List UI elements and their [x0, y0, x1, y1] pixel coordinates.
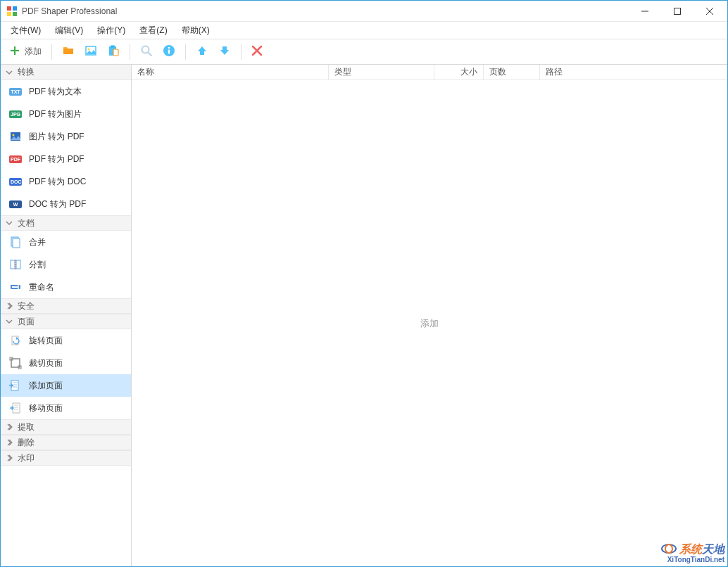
arrow-down-icon: [218, 44, 231, 59]
separator: [51, 44, 52, 60]
sidebar-item-pdf-to-doc[interactable]: DOC PDF 转为 DOC: [1, 170, 131, 193]
sidebar-item-label: 旋转页面: [29, 335, 63, 347]
watermark: 系统天地 XiTongTianDi.net: [661, 542, 724, 563]
chevron-right-icon: [5, 423, 13, 431]
sidebar-item-label: PDF 转为文本: [29, 86, 82, 98]
chevron-right-icon: [5, 454, 13, 462]
sidebar-item-add-pages[interactable]: 添加页面: [1, 374, 131, 397]
rename-icon: [9, 281, 22, 293]
remove-button[interactable]: [247, 42, 267, 62]
sidebar-item-image-to-pdf[interactable]: 图片 转为 PDF: [1, 125, 131, 148]
column-type[interactable]: 类型: [329, 65, 434, 79]
app-icon: [6, 6, 18, 17]
svg-point-30: [665, 544, 672, 553]
watermark-line1: 系统天地: [661, 542, 724, 556]
column-name[interactable]: 名称: [132, 65, 329, 79]
sidebar-item-pdf-to-image[interactable]: JPG PDF 转为图片: [1, 103, 131, 125]
menubar: 文件(W) 编辑(V) 操作(Y) 查看(Z) 帮助(X): [1, 22, 727, 39]
sidebar-item-doc-to-pdf[interactable]: W DOC 转为 PDF: [1, 193, 131, 215]
sidebar-group-extract[interactable]: 提取: [1, 419, 131, 435]
image-file-icon: [9, 130, 22, 143]
info-icon: [163, 44, 175, 59]
menu-file[interactable]: 文件(W): [4, 23, 48, 39]
maximize-button[interactable]: [661, 1, 694, 22]
window-title: PDF Shaper Professional: [22, 6, 117, 16]
titlebar: PDF Shaper Professional: [1, 1, 727, 22]
add-button-label: 添加: [25, 46, 42, 58]
sidebar-item-rename[interactable]: 重命名: [1, 276, 131, 298]
svg-rect-0: [7, 6, 11, 11]
menu-action[interactable]: 操作(Y): [90, 23, 132, 39]
sidebar-item-merge[interactable]: 合并: [1, 231, 131, 253]
svg-point-16: [13, 134, 15, 136]
group-label: 文档: [18, 217, 34, 229]
separator: [185, 44, 186, 60]
sidebar-item-label: 分割: [29, 259, 46, 271]
svg-point-29: [662, 544, 676, 553]
minimize-button[interactable]: [629, 1, 661, 22]
move-up-button[interactable]: [192, 42, 213, 62]
sidebar-item-split[interactable]: 分割: [1, 253, 131, 276]
clipboard-icon: [107, 44, 120, 59]
add-button[interactable]: 添加: [5, 42, 46, 62]
info-button[interactable]: [158, 42, 180, 62]
sidebar-item-label: 添加页面: [29, 380, 63, 392]
sidebar-group-delete[interactable]: 删除: [1, 435, 131, 450]
image-button[interactable]: [80, 42, 101, 62]
chevron-right-icon: [5, 438, 13, 447]
menu-edit[interactable]: 编辑(V): [48, 23, 90, 39]
sidebar-group-document[interactable]: 文档: [1, 215, 131, 231]
svg-rect-10: [113, 49, 118, 56]
sidebar-item-label: PDF 转为 PDF: [29, 153, 84, 165]
sidebar-item-pdf-to-pdf[interactable]: PDF PDF 转为 PDF: [1, 148, 131, 170]
svg-point-7: [88, 49, 90, 51]
crop-icon: [9, 357, 22, 369]
menu-view[interactable]: 查看(Z): [132, 23, 174, 39]
svg-rect-4: [674, 8, 681, 14]
sidebar-item-move-pages[interactable]: 移动页面: [1, 397, 131, 419]
column-headers: 名称 类型 大小 页数 路径: [132, 65, 727, 80]
sidebar-item-crop-pages[interactable]: 裁切页面: [1, 352, 131, 374]
sidebar-group-security[interactable]: 安全: [1, 298, 131, 314]
sidebar-item-rotate-pages[interactable]: 旋转页面: [1, 329, 131, 352]
svg-rect-9: [111, 46, 115, 48]
empty-placeholder: 添加: [420, 317, 439, 330]
separator: [130, 44, 130, 60]
image-icon: [84, 44, 97, 59]
move-pages-icon: [9, 402, 22, 414]
txt-icon: TXT: [9, 85, 22, 98]
sidebar-item-label: 图片 转为 PDF: [29, 131, 84, 143]
svg-point-13: [168, 47, 170, 49]
search-button[interactable]: [136, 42, 157, 62]
group-label: 转换: [18, 66, 34, 78]
split-icon: [9, 258, 22, 271]
arrow-up-icon: [196, 44, 208, 59]
toolbar: 添加: [1, 39, 727, 65]
group-label: 水印: [18, 452, 34, 464]
jpg-icon: JPG: [9, 108, 22, 120]
menu-help[interactable]: 帮助(X): [175, 23, 217, 39]
svg-rect-3: [13, 12, 17, 16]
search-icon: [140, 44, 153, 59]
sidebar-group-convert[interactable]: 转换: [1, 65, 131, 80]
file-list[interactable]: 添加: [132, 80, 727, 566]
column-pages[interactable]: 页数: [484, 65, 540, 79]
folder-button[interactable]: [58, 42, 79, 62]
group-label: 提取: [18, 421, 34, 433]
sidebar-item-pdf-to-text[interactable]: TXT PDF 转为文本: [1, 80, 131, 103]
sidebar-item-label: DOC 转为 PDF: [29, 198, 86, 210]
column-path[interactable]: 路径: [540, 65, 727, 79]
rotate-icon: [9, 334, 22, 347]
main-area: 转换 TXT PDF 转为文本 JPG PDF 转为图片 图片 转为 PDF P…: [1, 65, 727, 566]
group-label: 安全: [18, 300, 34, 312]
close-button[interactable]: [694, 1, 726, 22]
svg-rect-2: [7, 12, 11, 16]
column-size[interactable]: 大小: [434, 65, 484, 79]
move-down-button[interactable]: [214, 42, 235, 62]
doc-icon: DOC: [9, 175, 22, 188]
svg-rect-5: [63, 49, 73, 54]
svg-rect-18: [13, 238, 20, 248]
sidebar-group-pages[interactable]: 页面: [1, 314, 131, 329]
paste-button[interactable]: [103, 42, 124, 62]
sidebar-group-watermark[interactable]: 水印: [1, 450, 131, 466]
